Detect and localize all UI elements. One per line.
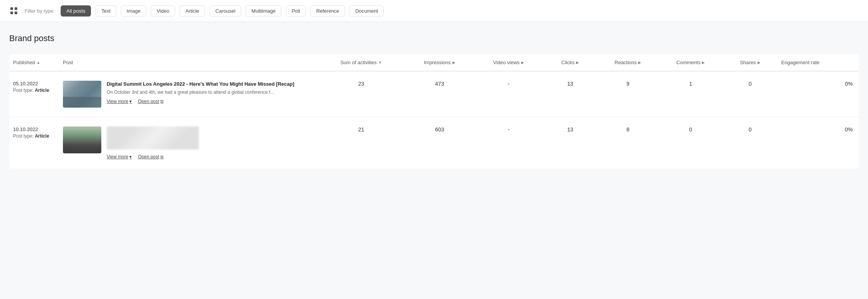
filter-multiimage[interactable]: Multiimage: [246, 5, 281, 17]
col-published-label: Published: [13, 60, 35, 65]
row1-comments: 1: [658, 71, 723, 117]
row2-engagement-rate: 0%: [777, 117, 859, 169]
row1-post-excerpt: On October 3rd and 4th, we had a great p…: [107, 89, 314, 96]
filter-document[interactable]: Document: [350, 5, 384, 17]
table-header-row: Published ▲ Post Sum of activities ▼: [9, 54, 859, 71]
sum-activities-sort-icon: ▼: [378, 60, 382, 65]
row1-engagement-rate: 0%: [777, 71, 859, 117]
row2-post-cell: View more ▾ Open post ⧉: [59, 117, 317, 169]
row2-shares: 0: [723, 117, 777, 169]
row1-thumbnail: [63, 81, 101, 108]
col-reactions-label: Reactions: [615, 60, 637, 65]
col-comments-label: Comments: [677, 60, 701, 65]
published-sort-icon: ▲: [36, 60, 40, 65]
impressions-sort-icon: ▶: [452, 60, 455, 65]
main-content: Brand posts Published ▲ Post Sum of: [0, 22, 868, 176]
clicks-sort-icon: ▶: [576, 60, 579, 65]
filter-reference[interactable]: Reference: [310, 5, 345, 17]
row2-open-post-link[interactable]: Open post ⧉: [138, 154, 163, 159]
row1-post-info: Digital Summit Los Angeles 2022 - Here's…: [107, 81, 314, 104]
table-row: 10.10.2022 Post type: Article View more: [9, 117, 859, 169]
row1-post-title: Digital Summit Los Angeles 2022 - Here's…: [107, 81, 314, 88]
video-views-sort-icon: ▶: [521, 60, 524, 65]
col-clicks-label: Clicks: [561, 60, 575, 65]
shares-sort-icon: ▶: [757, 60, 761, 65]
col-impressions[interactable]: Impressions ▶: [405, 54, 474, 71]
col-sum-activities-label: Sum of activities: [340, 60, 377, 65]
row2-post-info: View more ▾ Open post ⧉: [107, 126, 314, 159]
layout-toggle-button[interactable]: [8, 5, 20, 17]
row1-date: 05.10.2022: [13, 81, 55, 86]
col-reactions[interactable]: Reactions ▶: [597, 54, 658, 71]
chevron-down-icon: ▾: [129, 99, 132, 104]
reactions-sort-icon: ▶: [638, 60, 641, 65]
external-link-icon: ⧉: [160, 154, 163, 159]
filter-image[interactable]: Image: [121, 5, 146, 17]
filter-article[interactable]: Article: [180, 5, 205, 17]
row2-post-actions: View more ▾ Open post ⧉: [107, 154, 314, 159]
row1-impressions: 473: [405, 71, 474, 117]
col-shares[interactable]: Shares ▶: [723, 54, 777, 71]
col-video-views[interactable]: Video views ▶: [474, 54, 543, 71]
row1-reactions: 9: [597, 71, 658, 117]
row2-date-cell: 10.10.2022 Post type: Article: [9, 117, 59, 169]
col-sum-activities[interactable]: Sum of activities ▼: [317, 54, 405, 71]
row1-sum-activities: 23: [317, 71, 405, 117]
row2-post-type: Post type: Article: [13, 133, 55, 139]
col-published[interactable]: Published ▲: [9, 54, 59, 71]
filter-all-posts[interactable]: All posts: [61, 5, 91, 17]
chevron-down-icon: ▾: [129, 154, 132, 159]
filter-label: Filter by type:: [25, 8, 54, 14]
row2-blurred-title: [107, 126, 199, 150]
row2-date: 10.10.2022: [13, 126, 55, 132]
row2-impressions: 603: [405, 117, 474, 169]
row1-post-actions: View more ▾ Open post ⧉: [107, 99, 314, 104]
svg-rect-1: [15, 7, 17, 10]
row1-shares: 0: [723, 71, 777, 117]
table-row: 05.10.2022 Post type: Article Digital Su…: [9, 71, 859, 117]
col-impressions-label: Impressions: [424, 60, 451, 65]
filter-carousel[interactable]: Carousel: [210, 5, 241, 17]
col-post: Post: [59, 54, 317, 71]
col-clicks[interactable]: Clicks ▶: [543, 54, 597, 71]
row2-clicks: 13: [543, 117, 597, 169]
external-link-icon: ⧉: [160, 99, 163, 104]
row1-date-cell: 05.10.2022 Post type: Article: [9, 71, 59, 117]
svg-rect-3: [15, 12, 17, 14]
row2-reactions: 8: [597, 117, 658, 169]
svg-rect-0: [10, 7, 13, 10]
col-video-views-label: Video views: [493, 60, 520, 65]
row2-video-views: -: [474, 117, 543, 169]
row2-view-more-link[interactable]: View more ▾: [107, 154, 132, 159]
row2-comments: 0: [658, 117, 723, 169]
section-title: Brand posts: [9, 33, 859, 43]
filter-text[interactable]: Text: [96, 5, 116, 17]
row1-open-post-link[interactable]: Open post ⧉: [138, 99, 163, 104]
row2-thumbnail: [63, 126, 101, 153]
row1-post-cell: Digital Summit Los Angeles 2022 - Here's…: [59, 71, 317, 117]
col-shares-label: Shares: [740, 60, 756, 65]
row2-sum-activities: 21: [317, 117, 405, 169]
col-engagement-rate-label: Engagement rate: [781, 60, 820, 65]
comments-sort-icon: ▶: [702, 60, 705, 65]
filter-video[interactable]: Video: [151, 5, 175, 17]
svg-rect-2: [10, 12, 13, 14]
row1-video-views: -: [474, 71, 543, 117]
col-engagement-rate: Engagement rate: [777, 54, 859, 71]
row1-view-more-link[interactable]: View more ▾: [107, 99, 132, 104]
filter-poll[interactable]: Poll: [286, 5, 306, 17]
top-bar: Filter by type: All posts Text Image Vid…: [0, 0, 868, 22]
col-post-label: Post: [63, 60, 73, 65]
row1-clicks: 13: [543, 71, 597, 117]
col-comments[interactable]: Comments ▶: [658, 54, 723, 71]
posts-table: Published ▲ Post Sum of activities ▼: [9, 54, 859, 169]
row1-post-type: Post type: Article: [13, 88, 55, 93]
